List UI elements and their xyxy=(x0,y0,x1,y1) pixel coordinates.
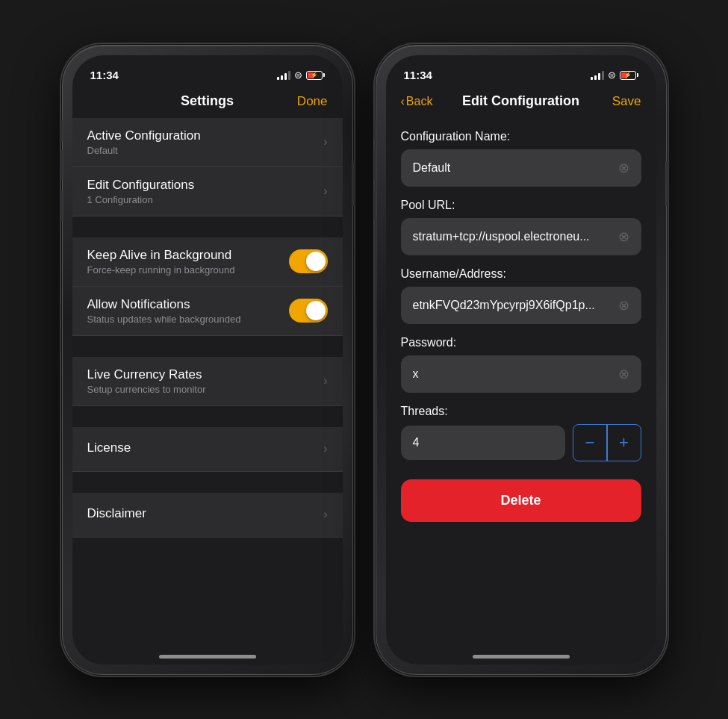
divider-2 xyxy=(72,342,343,357)
delete-button[interactable]: Delete xyxy=(401,479,641,522)
divider-4 xyxy=(72,478,343,493)
time-right: 11:34 xyxy=(404,69,432,81)
stepper-minus-button[interactable]: − xyxy=(573,425,606,461)
edit-config-title: Edit Configuration xyxy=(462,93,579,109)
toggle-thumb-keep-alive xyxy=(306,252,326,271)
keep-alive-subtitle: Force-keep running in background xyxy=(87,264,289,276)
config-name-value: Default xyxy=(413,161,612,175)
active-configuration-text: Active Configuration Default xyxy=(87,128,317,156)
allow-notifications-title: Allow Notifications xyxy=(87,297,289,312)
mute-button xyxy=(60,120,63,141)
chevron-icon-edit-configs: › xyxy=(323,184,327,198)
allow-notifications-toggle[interactable] xyxy=(289,299,328,323)
volume-down-button xyxy=(60,191,63,221)
license-item[interactable]: License › xyxy=(72,427,343,472)
active-configuration-subtitle: Default xyxy=(87,145,317,156)
divider-3 xyxy=(72,412,343,427)
settings-group-1: Active Configuration Default › Edit Conf… xyxy=(72,118,343,217)
threads-value: 4 xyxy=(413,436,420,449)
edit-configurations-title: Edit Configurations xyxy=(87,178,317,193)
username-value: etnkFVQd23mYpcyrpj9X6ifQp1p... xyxy=(413,299,612,312)
live-currency-item[interactable]: Live Currency Rates Setup currencies to … xyxy=(72,357,343,406)
divider-1 xyxy=(72,222,343,237)
phone-edit-config: 11:34 ⊜ ⚡ ‹ Back Edit xyxy=(376,45,667,675)
active-configuration-title: Active Configuration xyxy=(87,128,317,143)
power-button xyxy=(352,161,355,206)
pool-url-label: Pool URL: xyxy=(401,199,641,212)
wifi-icon-right: ⊜ xyxy=(608,69,616,81)
back-button[interactable]: ‹ Back xyxy=(401,95,433,108)
keep-alive-title: Keep Alive in Background xyxy=(87,248,289,263)
battery-icon-left: ⚡ xyxy=(306,71,325,80)
settings-group-2: Keep Alive in Background Force-keep runn… xyxy=(72,237,343,336)
disclaimer-title: Disclaimer xyxy=(87,506,317,521)
allow-notifications-item[interactable]: Allow Notifications Status updates while… xyxy=(72,287,343,336)
battery-icon-right: ⚡ xyxy=(620,71,638,80)
chevron-icon-currency: › xyxy=(323,374,327,387)
done-button[interactable]: Done xyxy=(297,94,328,109)
notch-left xyxy=(152,55,264,78)
settings-group-4: License › xyxy=(72,427,343,472)
keep-alive-text: Keep Alive in Background Force-keep runn… xyxy=(87,248,289,276)
power-button-right xyxy=(665,161,668,206)
pool-url-clear-button[interactable]: ⊗ xyxy=(618,228,629,245)
mute-button-right xyxy=(374,120,377,141)
username-label: Username/Address: xyxy=(401,267,641,281)
status-icons-right: ⊜ ⚡ xyxy=(591,69,638,81)
settings-group-3: Live Currency Rates Setup currencies to … xyxy=(72,357,343,406)
chevron-icon-license: › xyxy=(323,442,327,455)
license-text: License xyxy=(87,441,317,457)
threads-label: Threads: xyxy=(401,405,641,418)
stepper-plus-button[interactable]: + xyxy=(608,425,641,461)
username-input[interactable]: etnkFVQd23mYpcyrpj9X6ifQp1p... ⊗ xyxy=(401,287,641,324)
threads-input[interactable]: 4 xyxy=(401,426,566,460)
password-label: Password: xyxy=(401,336,641,349)
phone-settings: 11:34 ⊜ ⚡ Settings Done xyxy=(62,45,353,675)
config-name-label: Configuration Name: xyxy=(401,130,641,143)
volume-up-button xyxy=(60,150,63,180)
config-name-clear-button[interactable]: ⊗ xyxy=(618,160,629,176)
settings-group-5: Disclaimer › xyxy=(72,493,343,538)
disclaimer-text: Disclaimer xyxy=(87,506,317,523)
toggle-thumb-notifications xyxy=(306,301,326,320)
threads-stepper[interactable]: − + xyxy=(573,424,641,461)
password-input[interactable]: x ⊗ xyxy=(401,355,641,393)
username-clear-button[interactable]: ⊗ xyxy=(618,297,629,314)
edit-configurations-text: Edit Configurations 1 Configuration xyxy=(87,178,317,205)
active-configuration-item[interactable]: Active Configuration Default › xyxy=(72,118,343,167)
pool-url-input[interactable]: stratum+tcp://uspool.electroneu... ⊗ xyxy=(401,218,641,255)
status-icons-left: ⊜ ⚡ xyxy=(277,69,325,81)
notch-right xyxy=(465,55,577,78)
save-button[interactable]: Save xyxy=(612,94,641,109)
allow-notifications-text: Allow Notifications Status updates while… xyxy=(87,297,289,325)
password-value: x xyxy=(413,367,612,381)
volume-up-button-right xyxy=(374,150,377,180)
volume-down-button-right xyxy=(374,191,377,221)
form-content: Configuration Name: Default ⊗ Pool URL: … xyxy=(386,118,656,653)
wifi-icon-left: ⊜ xyxy=(294,69,302,81)
keep-alive-toggle[interactable] xyxy=(289,249,328,273)
back-label: Back xyxy=(406,95,433,108)
threads-row: 4 − + xyxy=(401,424,641,461)
chevron-icon-disclaimer: › xyxy=(323,508,327,521)
edit-configurations-item[interactable]: Edit Configurations 1 Configuration › xyxy=(72,167,343,217)
settings-content: Active Configuration Default › Edit Conf… xyxy=(72,118,343,653)
time-left: 11:34 xyxy=(90,69,119,81)
phone-screen-left: 11:34 ⊜ ⚡ Settings Done xyxy=(72,55,343,664)
signal-icon-left xyxy=(277,71,290,80)
config-name-input[interactable]: Default ⊗ xyxy=(401,149,641,187)
nav-bar-settings: Settings Done xyxy=(72,88,343,118)
live-currency-title: Live Currency Rates xyxy=(87,367,317,382)
license-title: License xyxy=(87,441,317,455)
password-clear-button[interactable]: ⊗ xyxy=(618,366,629,382)
phone-screen-right: 11:34 ⊜ ⚡ ‹ Back Edit xyxy=(386,55,656,664)
home-indicator-left xyxy=(159,655,256,659)
live-currency-subtitle: Setup currencies to monitor xyxy=(87,384,317,395)
nav-bar-edit-config: ‹ Back Edit Configuration Save xyxy=(386,88,656,118)
edit-configurations-subtitle: 1 Configuration xyxy=(87,194,317,205)
keep-alive-item[interactable]: Keep Alive in Background Force-keep runn… xyxy=(72,237,343,287)
disclaimer-item[interactable]: Disclaimer › xyxy=(72,493,343,538)
chevron-icon-active-config: › xyxy=(323,135,327,149)
home-indicator-right xyxy=(473,655,570,659)
settings-title: Settings xyxy=(181,93,234,109)
